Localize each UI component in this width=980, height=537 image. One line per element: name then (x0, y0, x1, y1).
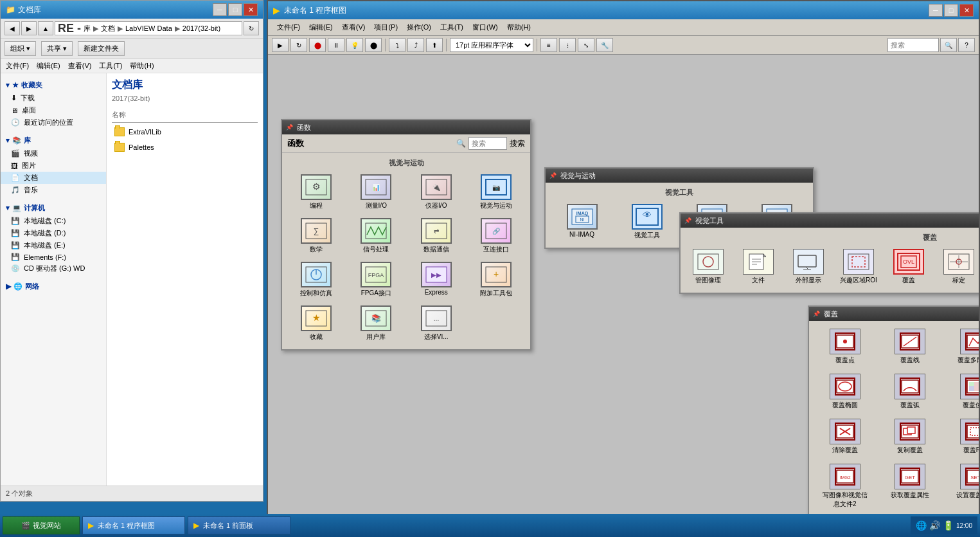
sidebar-item-drive-d[interactable]: 💾 本地磁盘 (D:) (1, 227, 106, 239)
functions-palette-titlebar[interactable]: 📌 函数 (282, 120, 530, 134)
fe-library-header[interactable]: ▾ 📚 库 (1, 134, 106, 147)
lv-help-button[interactable]: ? (958, 38, 975, 52)
lv-minimize-button[interactable]: ─ (929, 4, 943, 17)
lv-menu-edit[interactable]: 编辑(E) (305, 21, 337, 33)
lv-menu-project[interactable]: 项目(P) (370, 21, 402, 33)
lv-pause-button[interactable]: ⏸ (328, 38, 344, 52)
lv-maximize-button[interactable]: □ (944, 4, 958, 17)
palette-item-overlay-arc[interactable]: 覆盖弧 (880, 371, 941, 412)
palette-item-overlay[interactable]: OVL 覆盖 (886, 246, 931, 287)
fe-computer-header[interactable]: ▾ 💻 计算机 (1, 201, 106, 215)
palette-item-measure[interactable]: 📊 测量I/O (353, 172, 398, 213)
palette-item-niimaq[interactable]: IMAQNI NI-IMAQ (560, 201, 605, 242)
taskbar-item-frontpanel[interactable]: ▶ 未命名 1 前面板 (188, 516, 290, 534)
lv-highlight-button[interactable]: 💡 (346, 38, 363, 52)
fe-minimize-button[interactable]: ─ (213, 3, 227, 16)
palette-item-overlay-ellipse[interactable]: 覆盖椭圆 (814, 371, 876, 412)
palette-item-set-overlay-attr[interactable]: SET 设置覆盖属性 (945, 461, 979, 511)
fe-refresh-button[interactable]: ↻ (244, 21, 259, 35)
sidebar-item-documents[interactable]: 📄 文档 (1, 172, 106, 184)
fe-up-button[interactable]: ▲ (38, 21, 53, 35)
sidebar-item-recent[interactable]: 🕒 最近访问的位置 (1, 116, 106, 129)
sidebar-item-drive-f[interactable]: 💾 Elements (F:) (1, 251, 106, 262)
palette-item-express[interactable]: ▶▶ Express (414, 259, 459, 300)
vision-tools-palette-titlebar[interactable]: 📌 视觉工具 (681, 214, 979, 228)
fe-network-header[interactable]: ▶ 🌐 网络 (1, 280, 106, 293)
palette-item-datatrans[interactable]: ⇄ 数据通信 (414, 215, 459, 257)
sidebar-item-video[interactable]: 🎬 视频 (1, 147, 106, 159)
sidebar-item-drive-g[interactable]: 💿 CD 驱动器 (G:) WD (1, 262, 106, 275)
fe-folder-extravilib[interactable]: ExtraVILib (112, 125, 258, 138)
fe-favorites-header[interactable]: ▾ ★ 收藏夹 (1, 78, 106, 92)
palette-item-userlib[interactable]: 📚 用户库 (353, 303, 398, 344)
fe-menu-help[interactable]: 帮助(H) (130, 61, 154, 71)
fe-menu-edit[interactable]: 编辑(E) (37, 61, 60, 71)
fe-menu-file[interactable]: 文件(F) (6, 61, 29, 71)
sidebar-item-pictures[interactable]: 🖼 图片 (1, 159, 106, 172)
lv-resize-button[interactable]: ⤡ (578, 38, 594, 52)
lv-canvas[interactable]: 📌 函数 函数 🔍 搜索 视觉与运动 ⚙ (268, 55, 979, 523)
palette-item-write-img[interactable]: IMG2 写图像和视觉信息文件2 (814, 461, 876, 511)
fe-newfolder-button[interactable]: 新建文件夹 (78, 41, 125, 56)
lv-reorder-button[interactable]: 🔧 (596, 38, 613, 52)
palette-item-control[interactable]: 控制和仿真 (294, 259, 339, 300)
palette-search-input[interactable] (468, 137, 507, 150)
lv-menu-tools[interactable]: 工具(T) (436, 21, 467, 33)
palette-item-overlay-dot[interactable]: 覆盖点 (814, 326, 876, 367)
taskbar-item-blockdiagram[interactable]: ▶ 未命名 1 程序框图 (82, 516, 185, 534)
palette-item-math[interactable]: ∑ 数学 (294, 215, 339, 257)
palette-item-instrument[interactable]: 🔌 仪器I/O (414, 172, 459, 213)
sidebar-item-drive-e[interactable]: 💾 本地磁盘 (E:) (1, 239, 106, 251)
fe-menu-tools[interactable]: 工具(T) (99, 61, 122, 71)
lv-stepout-button[interactable]: ⬆ (426, 38, 443, 52)
sidebar-item-desktop[interactable]: 🖥 桌面 (1, 104, 106, 116)
palette-item-overlay-bitmap[interactable]: 覆盖位图 (945, 371, 979, 412)
lv-menu-help[interactable]: 帮助(H) (503, 21, 535, 33)
palette-item-select[interactable]: ... 选择VI... (414, 303, 459, 344)
palette-item-favorites[interactable]: ★ 收藏 (294, 303, 339, 344)
palette-item-prog[interactable]: ⚙ 编程 (294, 172, 339, 213)
palette-item-overlay-polyline2[interactable]: 覆盖多段线2 (945, 326, 979, 367)
lv-menu-operate[interactable]: 操作(O) (403, 21, 435, 33)
palette-item-file[interactable]: 文件 (736, 246, 781, 287)
palette-item-visiontool[interactable]: 👁 视觉工具 (625, 201, 670, 242)
lv-stepover-button[interactable]: ⤴ (407, 38, 424, 52)
lv-retain-button[interactable]: ⬤ (365, 38, 382, 52)
fe-close-button[interactable]: ✕ (244, 3, 258, 16)
sidebar-item-music[interactable]: 🎵 音乐 (1, 184, 106, 196)
palette-item-vision[interactable]: 📷 视觉与运动 (474, 172, 519, 213)
lv-search-button[interactable]: 🔍 (940, 38, 957, 52)
palette-item-clear-overlay[interactable]: 清除覆盖 (814, 416, 876, 457)
sidebar-item-drive-c[interactable]: 💾 本地磁盘 (C:) (1, 215, 106, 227)
vision-motion-palette-titlebar[interactable]: 📌 视觉与运动 (546, 168, 813, 183)
fe-menu-view[interactable]: 查看(V) (68, 61, 92, 71)
lv-stop-button[interactable]: ⬤ (309, 38, 326, 52)
fe-share-button[interactable]: 共享 ▾ (41, 41, 73, 56)
palette-item-addons[interactable]: + 附加工具包 (474, 259, 519, 300)
lv-runrepeat-button[interactable]: ↻ (290, 38, 307, 52)
palette-item-calib[interactable]: 标定 (936, 246, 979, 287)
palette-item-overlay-roi[interactable]: 覆盖ROI (945, 416, 979, 457)
palette-item-signal[interactable]: 信号处理 (353, 215, 398, 257)
overlay-palette-titlebar[interactable]: 📌 覆盖 (809, 307, 979, 321)
palette-item-extdisp[interactable]: 外部显示 (786, 246, 831, 287)
taskbar-start-button[interactable]: 🎬 视觉网站 (3, 516, 80, 534)
fe-maximize-button[interactable]: □ (228, 3, 242, 16)
fe-folder-palettes[interactable]: Palettes (112, 141, 258, 154)
palette-item-fpga[interactable]: FPGA FPGA接口 (353, 259, 398, 300)
palette-item-roi[interactable]: 兴趣区域ROI (836, 246, 881, 287)
lv-align-button[interactable]: ≡ (540, 38, 557, 52)
palette-item-copy-overlay[interactable]: 复制覆盖 (880, 416, 941, 457)
fe-address-path[interactable]: RE - 库 ▶ 文档 ▶ LabVIEW Data ▶ 2017(32-bit… (55, 21, 242, 35)
lv-run-button[interactable]: ▶ (272, 38, 289, 52)
palette-item-overlay-line[interactable]: 覆盖线 (880, 326, 941, 367)
lv-distribute-button[interactable]: ⫶ (559, 38, 576, 52)
fe-back-button[interactable]: ◀ (4, 21, 20, 35)
palette-item-tube[interactable]: 管图像理 (686, 246, 731, 287)
palette-item-interconnect[interactable]: 🔗 互连接口 (474, 215, 519, 257)
lv-menu-view[interactable]: 查看(V) (338, 21, 370, 33)
fe-organize-button[interactable]: 组织 ▾ (4, 41, 36, 56)
sidebar-item-downloads[interactable]: ⬇ 下载 (1, 92, 106, 104)
lv-menu-file[interactable]: 文件(F) (273, 21, 304, 33)
lv-menu-window[interactable]: 窗口(W) (468, 21, 502, 33)
